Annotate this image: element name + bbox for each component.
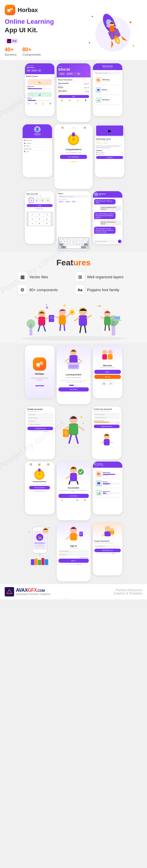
- svg-rect-130: [31, 559, 34, 565]
- rocket-svg: [83, 5, 139, 58]
- svg-point-126: [39, 553, 41, 556]
- people-section: ✦ ✦: [0, 300, 147, 343]
- features-section: Features ▦ Vector files ⊞ Well organized…: [0, 252, 147, 300]
- svg-rect-67: [114, 316, 120, 320]
- svg-rect-76: [37, 365, 40, 367]
- svg-line-59: [85, 326, 86, 333]
- feature-components: ⚙ 80+ components: [18, 285, 72, 294]
- features-title: Features: [6, 258, 141, 268]
- svg-rect-113: [70, 473, 77, 481]
- phone-new-password: Create new password Enter your new passw…: [92, 406, 121, 459]
- svg-point-86: [102, 350, 107, 354]
- svg-point-116: [78, 469, 84, 475]
- svg-point-71: [63, 304, 66, 307]
- phone-signup: Create Account Sign up to get started Fu…: [26, 406, 55, 459]
- main-wrapper: Horbax Online Learning App UI Kit. Xd Xd: [0, 0, 147, 599]
- svg-line-41: [44, 326, 45, 331]
- svg-point-13: [92, 16, 93, 17]
- svg-rect-61: [104, 316, 111, 325]
- feature-vector: ▦ Vector files: [18, 272, 72, 281]
- brand-row: Horbax: [5, 5, 83, 15]
- stats-row: 40+ Screens 80+ Components: [5, 46, 83, 56]
- svg-rect-83: [69, 365, 78, 369]
- svg-line-94: [69, 435, 71, 443]
- svg-rect-68: [113, 320, 121, 321]
- svg-rect-105: [104, 439, 110, 445]
- phone-splash: Horbax Learning Online Anytime & Anywher…: [25, 345, 54, 398]
- top-section: Horbax Online Learning App UI Kit. Xd Xd: [0, 0, 147, 60]
- svg-point-16: [133, 45, 134, 46]
- svg-rect-133: [42, 558, 44, 565]
- svg-rect-23: [117, 23, 121, 26]
- phone-otp: Enter your code We sent a code to your e…: [25, 191, 54, 244]
- svg-rect-136: [70, 533, 77, 540]
- svg-line-106: [101, 441, 104, 443]
- avaxgfx-bar: AVAXGFX.COM Download Premium Graphics Pr…: [0, 584, 147, 599]
- svg-line-62: [101, 317, 104, 319]
- phones-row-4: Horbax Learning Online Anytime & Anywher…: [0, 343, 147, 406]
- svg-line-57: [87, 315, 91, 318]
- svg-rect-134: [45, 559, 48, 565]
- svg-text:✦: ✦: [60, 421, 62, 423]
- phone-profile: 👤 John Doe Student 📚 My Courses › 🎓 Cert…: [23, 124, 52, 177]
- svg-line-40: [38, 326, 40, 331]
- tagline: Online Learning App UI Kit.: [5, 18, 64, 34]
- svg-line-48: [55, 316, 59, 318]
- svg-rect-75: [40, 362, 43, 365]
- svg-rect-89: [108, 354, 113, 360]
- feature-font: Aa Poppins font family: [75, 285, 129, 294]
- svg-rect-87: [102, 354, 107, 360]
- phones-row-6: 🎊 🎉 🎊 Congratulations! You've earned a c…: [0, 462, 147, 523]
- svg-rect-1: [10, 8, 13, 10]
- brand-name: Horbax: [18, 7, 38, 13]
- svg-line-38: [35, 316, 38, 319]
- svg-line-58: [80, 326, 81, 333]
- phone-successful: Successful! Your account has been create…: [57, 462, 91, 520]
- svg-line-52: [60, 324, 60, 331]
- svg-line-56: [75, 318, 79, 321]
- phone-welcome: Welcome To Horbax Learning Platform Sign…: [93, 345, 122, 398]
- svg-rect-125: [36, 546, 43, 547]
- svg-rect-2: [8, 10, 10, 12]
- stat-components: 80+ Components: [22, 46, 41, 56]
- svg-line-145: [102, 534, 104, 536]
- svg-line-107: [110, 441, 112, 443]
- brand-logo: [5, 5, 15, 15]
- svg-text:★: ★: [28, 531, 30, 533]
- phones-row-2: 👤 John Doe Student 📚 My Courses › 🎓 Cert…: [0, 124, 147, 191]
- svg-rect-111: [38, 469, 41, 471]
- svg-rect-91: [69, 424, 78, 435]
- stat-screens: 40+ Screens: [5, 46, 17, 56]
- svg-rect-18: [110, 26, 114, 32]
- svg-rect-30: [73, 132, 74, 133]
- svg-line-49: [66, 313, 71, 317]
- svg-point-14: [130, 22, 131, 23]
- svg-rect-131: [35, 559, 38, 565]
- svg-line-65: [109, 325, 109, 331]
- people-illustration: ✦ ✦: [18, 303, 129, 341]
- learn-illustration: 📚 ★ ✦: [25, 523, 54, 569]
- svg-line-64: [105, 325, 105, 331]
- svg-point-143: [105, 526, 111, 532]
- svg-text:✦: ✦: [82, 422, 84, 425]
- svg-rect-132: [38, 560, 41, 565]
- svg-rect-144: [104, 531, 111, 536]
- student-illustration-2: ★ ✦ ✦: [57, 406, 90, 459]
- phone-more-screens: My Courses 3 courses enrolled 🎨 UI/UX De…: [93, 462, 122, 514]
- svg-line-137: [67, 536, 70, 539]
- svg-point-31: [21, 336, 126, 341]
- svg-rect-47: [59, 315, 66, 324]
- phone-login: Sign In Welcome back! Email Address Pass…: [57, 523, 91, 581]
- svg-marker-149: [7, 589, 12, 593]
- svg-rect-123: [34, 542, 45, 544]
- phone-chat: 👤 Instructor Online Hello! How can I hel…: [93, 191, 122, 244]
- svg-text:📚: 📚: [38, 535, 42, 539]
- phone-keyboard: Search 🔍 Search for courses Recent searc…: [57, 191, 91, 250]
- feature-layers: ⊞ Well organized layers: [75, 272, 129, 281]
- svg-point-69: [46, 306, 48, 309]
- svg-point-15: [89, 42, 90, 43]
- svg-line-39: [45, 317, 49, 319]
- svg-line-146: [111, 534, 113, 535]
- phone-onboarding: Learning Online Anytime and Anywhere Dis…: [57, 345, 91, 404]
- phone-courses: Top Courses Explore all courses 🔍 Search…: [93, 63, 122, 116]
